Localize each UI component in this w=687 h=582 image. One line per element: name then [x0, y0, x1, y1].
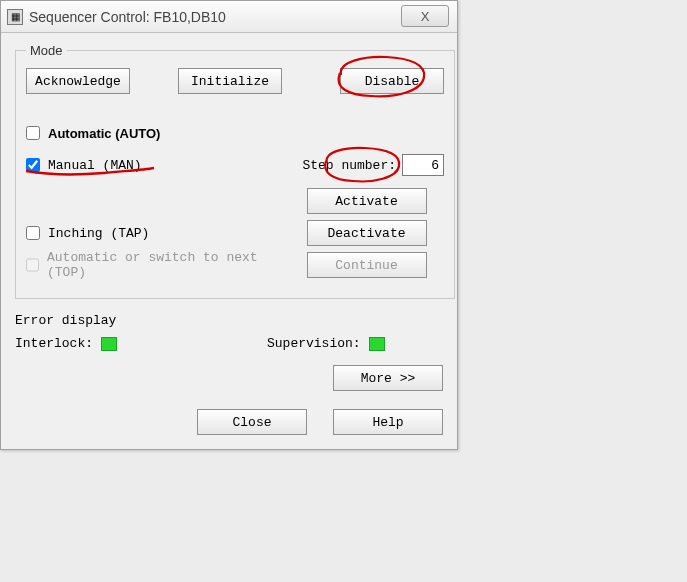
error-display-section: Error display Interlock: Supervision:: [15, 313, 443, 351]
auto-switch-row: Automatic or switch to next (TOP): [26, 254, 276, 276]
manual-checkbox[interactable]: [26, 158, 40, 172]
initialize-button[interactable]: Initialize: [178, 68, 282, 94]
more-row: More >>: [15, 365, 443, 391]
supervision-label: Supervision:: [267, 336, 361, 351]
mode-group: Mode Acknowledge Initialize Disable Auto…: [15, 43, 455, 299]
activate-button[interactable]: Activate: [307, 188, 427, 214]
error-display-title: Error display: [15, 313, 443, 328]
indicator-row: Interlock: Supervision:: [15, 336, 443, 351]
dialog-content: Mode Acknowledge Initialize Disable Auto…: [1, 33, 457, 449]
inching-label: Inching (TAP): [48, 226, 149, 241]
window-title: Sequencer Control: FB10,DB10: [29, 9, 226, 25]
close-button[interactable]: Close: [197, 409, 307, 435]
manual-row[interactable]: Manual (MAN): [26, 154, 276, 176]
auto-switch-checkbox: [26, 258, 39, 272]
automatic-checkbox[interactable]: [26, 126, 40, 140]
supervision-pair: Supervision:: [267, 336, 385, 351]
mode-right-column: Step number: Activate Deactivate Continu…: [289, 154, 444, 284]
acknowledge-button[interactable]: Acknowledge: [26, 68, 130, 94]
manual-label: Manual (MAN): [48, 158, 142, 173]
help-button[interactable]: Help: [333, 409, 443, 435]
bottom-buttons: Close Help: [15, 409, 443, 435]
dialog-window: ▦ Sequencer Control: FB10,DB10 X Mode Ac…: [0, 0, 458, 450]
interlock-pair: Interlock:: [15, 336, 117, 351]
automatic-label: Automatic (AUTO): [48, 126, 160, 141]
window-close-button[interactable]: X: [401, 5, 449, 27]
deactivate-button[interactable]: Deactivate: [307, 220, 427, 246]
more-button[interactable]: More >>: [333, 365, 443, 391]
interlock-label: Interlock:: [15, 336, 93, 351]
auto-switch-label: Automatic or switch to next (TOP): [47, 250, 276, 280]
mode-left-column: Automatic (AUTO) Manual (MAN) Inching (T…: [26, 122, 276, 286]
close-icon: X: [421, 9, 430, 24]
inching-row[interactable]: Inching (TAP): [26, 222, 276, 244]
app-icon: ▦: [7, 9, 23, 25]
disable-button[interactable]: Disable: [340, 68, 444, 94]
step-number-label: Step number:: [302, 158, 396, 173]
step-number-input[interactable]: [402, 154, 444, 176]
titlebar: ▦ Sequencer Control: FB10,DB10 X: [1, 1, 457, 33]
step-number-row: Step number:: [289, 154, 444, 176]
automatic-row[interactable]: Automatic (AUTO): [26, 122, 276, 144]
continue-button: Continue: [307, 252, 427, 278]
supervision-indicator: [369, 337, 385, 351]
interlock-indicator: [101, 337, 117, 351]
mode-legend: Mode: [26, 43, 67, 58]
inching-checkbox[interactable]: [26, 226, 40, 240]
mode-top-buttons: Acknowledge Initialize Disable: [26, 68, 444, 94]
